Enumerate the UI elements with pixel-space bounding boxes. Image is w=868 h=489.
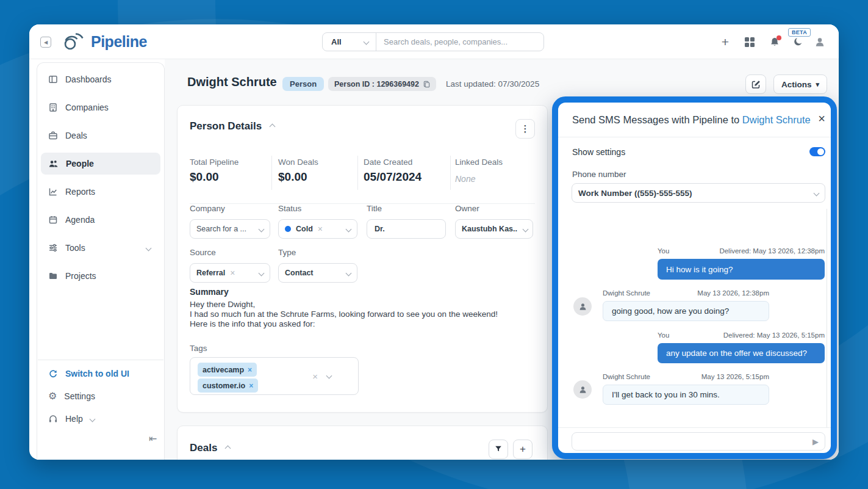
section-title: Person Details bbox=[190, 120, 262, 132]
actions-button[interactable]: Actions ▾ bbox=[773, 74, 827, 94]
close-icon[interactable]: × bbox=[818, 112, 825, 125]
message-meta: May 13 2026, 12:38pm bbox=[697, 289, 769, 297]
sidebar-item-projects[interactable]: Projects bbox=[41, 265, 160, 287]
tag-chip[interactable]: customer.io × bbox=[198, 379, 258, 393]
page-title: Dwight Schrute bbox=[187, 75, 277, 89]
chevron-down-icon bbox=[326, 373, 332, 379]
sidebar-item-reports[interactable]: Reports bbox=[41, 181, 160, 203]
person-details-card: Person Details ⋮ Total Pipeline $0.00 Wo… bbox=[177, 105, 548, 413]
search-scope-dropdown[interactable]: All bbox=[323, 33, 376, 51]
copy-icon[interactable] bbox=[423, 81, 430, 88]
dashboards-icon bbox=[48, 74, 58, 84]
sidebar-item-tools[interactable]: Tools bbox=[41, 237, 160, 259]
chevron-down-icon bbox=[523, 226, 529, 232]
sidebar-item-people[interactable]: People bbox=[41, 153, 160, 175]
source-select[interactable]: Referral × bbox=[190, 263, 270, 283]
edit-person-button[interactable] bbox=[745, 74, 766, 94]
summary-text: I had so much fun at the Schrute Farms, … bbox=[190, 310, 498, 319]
summary-text: Here is the info that you asked for: bbox=[190, 319, 315, 328]
chevron-down-icon bbox=[259, 270, 265, 276]
switch-old-ui-link[interactable]: Switch to old UI bbox=[41, 364, 160, 383]
chevron-up-icon bbox=[225, 445, 231, 451]
profile-menu-button[interactable] bbox=[812, 24, 827, 59]
contact-avatar bbox=[573, 380, 592, 399]
notifications-button[interactable] bbox=[767, 24, 782, 59]
phone-number-select[interactable]: Work Number ((555)-555-555) bbox=[572, 183, 825, 203]
message-meta: Delivered: May 13 2026, 5:15pm bbox=[723, 331, 825, 339]
search-input[interactable] bbox=[376, 37, 543, 46]
deals-title-row[interactable]: Deals bbox=[190, 442, 230, 454]
sms-panel-title: Send SMS Messages with Pipeline to Dwigh… bbox=[572, 114, 811, 126]
scrollbar-track[interactable] bbox=[827, 209, 827, 427]
bell-icon bbox=[769, 37, 780, 48]
stat-label: Date Created bbox=[364, 158, 412, 167]
phone-number-label: Phone number bbox=[572, 170, 626, 179]
sidebar-item-settings[interactable]: ⚙ Settings bbox=[41, 387, 160, 405]
divider bbox=[558, 137, 831, 137]
chevron-up-icon bbox=[270, 123, 276, 129]
switch-old-ui-label: Switch to old UI bbox=[65, 369, 129, 379]
sidebar-item-companies[interactable]: Companies bbox=[41, 96, 160, 118]
actions-label: Actions bbox=[781, 80, 812, 89]
sidebar-item-label: Companies bbox=[65, 103, 109, 112]
type-value: Contact bbox=[285, 269, 314, 277]
message-text: Hi how is it going? bbox=[666, 265, 733, 274]
sms-title-text: Send SMS Messages with Pipeline to bbox=[572, 114, 739, 125]
message-sender: Dwight Schrute bbox=[603, 289, 650, 297]
owner-select[interactable]: Kaustubh Kas.. bbox=[455, 219, 533, 239]
status-select[interactable]: Cold × bbox=[278, 219, 357, 239]
tools-icon bbox=[48, 243, 58, 253]
remove-tag-icon[interactable]: × bbox=[248, 366, 252, 374]
quick-add-button[interactable]: + bbox=[719, 24, 732, 59]
refresh-icon bbox=[48, 369, 58, 379]
sidebar-item-deals[interactable]: Deals bbox=[41, 125, 160, 147]
show-settings-toggle[interactable] bbox=[809, 147, 825, 156]
collapse-sidebar-button[interactable]: ◀ bbox=[40, 37, 51, 48]
sidebar-item-dashboards[interactable]: Dashboards bbox=[41, 68, 160, 90]
card-menu-button[interactable]: ⋮ bbox=[515, 119, 535, 139]
sms-panel: Send SMS Messages with Pipeline to Dwigh… bbox=[552, 96, 837, 459]
collapse-panel-icon[interactable]: ⇤ bbox=[149, 433, 157, 444]
message-bubble-received: I'll get back to you in 30 mins. bbox=[603, 385, 769, 405]
caret-down-icon: ▾ bbox=[816, 81, 819, 89]
tag-name: activecamp bbox=[203, 366, 244, 374]
clear-icon[interactable]: × bbox=[318, 225, 323, 233]
app-window: ◀ Pipeline All + bbox=[29, 24, 839, 460]
reports-icon bbox=[48, 187, 58, 197]
remove-tag-icon[interactable]: × bbox=[249, 382, 253, 390]
person-link[interactable]: Dwight Schrute bbox=[742, 114, 811, 125]
stat-label: Total Pipeline bbox=[190, 158, 239, 167]
title-input[interactable] bbox=[367, 219, 446, 239]
summary-label: Summary bbox=[190, 287, 229, 297]
tag-chip[interactable]: activecamp × bbox=[198, 363, 257, 377]
clear-icon[interactable]: × bbox=[312, 371, 318, 382]
message-text: I'll get back to you in 30 mins. bbox=[612, 390, 720, 399]
summary-text: Hey there Dwight, bbox=[190, 300, 255, 309]
tags-select[interactable]: activecamp × customer.io × × bbox=[190, 357, 359, 395]
last-updated-text: Last updated: 07/30/2025 bbox=[446, 79, 539, 89]
moon-icon bbox=[793, 37, 803, 47]
filter-deals-button[interactable] bbox=[489, 440, 508, 459]
sidebar-item-help[interactable]: Help bbox=[41, 410, 160, 428]
section-title: Deals bbox=[190, 442, 217, 454]
sidebar-item-agenda[interactable]: Agenda bbox=[41, 209, 160, 231]
add-deal-button[interactable]: + bbox=[513, 440, 533, 459]
message-sender: Dwight Schrute bbox=[603, 373, 650, 380]
message-sender: You bbox=[658, 247, 669, 255]
brand-logo[interactable]: Pipeline bbox=[61, 31, 147, 52]
sidebar-item-label: Agenda bbox=[65, 215, 95, 225]
person-details-title-row[interactable]: Person Details bbox=[190, 120, 274, 132]
topbar: ◀ Pipeline All + bbox=[29, 24, 839, 59]
kebab-icon: ⋮ bbox=[521, 123, 530, 134]
person-id-pill[interactable]: Person ID : 1296369492 bbox=[328, 77, 436, 91]
apps-grid-button[interactable] bbox=[743, 24, 756, 59]
global-search: All bbox=[322, 32, 544, 51]
send-icon[interactable]: ▶ bbox=[812, 437, 819, 446]
clear-icon[interactable]: × bbox=[230, 269, 235, 277]
type-select[interactable]: Contact bbox=[278, 263, 357, 283]
sms-compose-input[interactable]: ▶ bbox=[572, 432, 825, 451]
message-bubble-received: going good, how are you doing? bbox=[603, 301, 769, 321]
plus-icon: + bbox=[520, 443, 526, 455]
company-select[interactable]: Search for a ... bbox=[190, 219, 270, 239]
contact-avatar bbox=[573, 297, 592, 316]
